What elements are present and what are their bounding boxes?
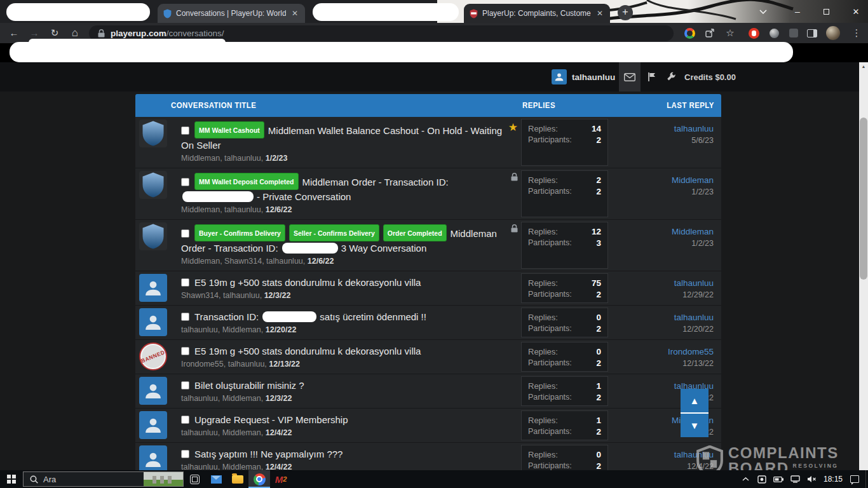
profile-avatar[interactable] bbox=[824, 23, 843, 43]
taskbar-clock[interactable]: 18:15 bbox=[820, 470, 846, 488]
show-desktop-strip[interactable] bbox=[865, 470, 868, 488]
tray-chevron-icon[interactable] bbox=[737, 470, 754, 488]
volume-muted-icon[interactable] bbox=[803, 470, 820, 488]
conversation-title[interactable]: E5 19m g +500 stats dondurulmu k dekoras… bbox=[194, 346, 421, 356]
scrollbar-thumb[interactable] bbox=[860, 118, 867, 280]
last-reply-user[interactable]: talhaunluu bbox=[674, 124, 714, 133]
username-link[interactable]: talhaunluu bbox=[572, 62, 615, 92]
tab-complaints[interactable]: PlayerUp: Complaints, Customer ✕ bbox=[464, 4, 610, 23]
row-checkbox[interactable] bbox=[181, 347, 189, 355]
settings-wrench-icon[interactable] bbox=[662, 62, 680, 92]
conversation-title[interactable]: Bilet oluşturabilir misiniz ? bbox=[194, 380, 304, 391]
row-checkbox[interactable] bbox=[181, 126, 189, 135]
scroll-down-button[interactable]: ▼ bbox=[681, 414, 709, 437]
new-tab-button[interactable]: + bbox=[618, 5, 633, 20]
tab-conversations[interactable]: Conversations | PlayerUp: Worlds ✕ bbox=[158, 4, 305, 23]
table-row[interactable]: E5 19m g +500 stats dondurulmu k dekoras… bbox=[135, 271, 721, 306]
credits-balance[interactable]: Credits $0.00 bbox=[684, 62, 736, 92]
back-button[interactable]: ← bbox=[5, 23, 23, 43]
conversation-title[interactable]: Upgrade Request - VIP Membership bbox=[194, 414, 348, 425]
row-checkbox[interactable] bbox=[181, 229, 189, 238]
last-reply-user[interactable]: talhaunluu bbox=[674, 278, 714, 288]
row-checkbox[interactable] bbox=[181, 416, 189, 424]
row-checkbox[interactable] bbox=[181, 178, 189, 186]
window-maximize-button[interactable] bbox=[815, 0, 837, 23]
taskbar-search-input[interactable]: Ara bbox=[23, 471, 184, 487]
person-avatar bbox=[139, 308, 167, 336]
mail-app-icon[interactable] bbox=[205, 470, 227, 488]
replies-panel: Replies:12 Participants:3 bbox=[521, 222, 608, 269]
browser-scrollbar[interactable]: ▲ bbox=[859, 62, 868, 470]
column-conversation-title: CONVERSATION TITLE bbox=[171, 100, 256, 110]
row-checkbox[interactable] bbox=[181, 381, 189, 390]
inbox-envelope-icon[interactable] bbox=[619, 62, 641, 92]
row-checkbox[interactable] bbox=[181, 278, 189, 287]
file-explorer-icon[interactable] bbox=[227, 470, 248, 488]
task-view-button[interactable] bbox=[184, 470, 205, 488]
participants-line: Middleman, talhaunluu, 12/6/22 bbox=[181, 205, 505, 215]
browser-tab-bar: Conversations | PlayerUp: Worlds ✕ Playe… bbox=[0, 0, 868, 23]
table-row[interactable]: Satış yaptım !!! Ne yapmalıyım ??? talha… bbox=[135, 443, 721, 470]
replies-panel: Replies:1 Participants:2 bbox=[521, 376, 608, 406]
table-row[interactable]: Transaction ID: satış ücretim ödenmedi !… bbox=[135, 306, 721, 340]
extension-adblock-icon[interactable] bbox=[745, 23, 763, 43]
user-avatar[interactable] bbox=[552, 62, 567, 92]
tab-redacted-1[interactable] bbox=[6, 3, 150, 21]
conversation-title[interactable]: Transaction ID: satış ücretim ödenmedi !… bbox=[194, 311, 426, 322]
tab-close-icon[interactable]: ✕ bbox=[290, 9, 300, 18]
battery-icon[interactable] bbox=[770, 470, 787, 488]
start-button[interactable] bbox=[0, 470, 23, 488]
shield-avatar bbox=[139, 222, 167, 250]
network-icon[interactable] bbox=[787, 470, 803, 488]
participants-line: Shawn314, talhaunluu, 12/3/22 bbox=[181, 290, 505, 301]
tab-close-icon[interactable]: ✕ bbox=[595, 9, 605, 18]
alerts-flag-icon[interactable] bbox=[643, 62, 661, 92]
starred-icon[interactable]: ★ bbox=[508, 121, 518, 134]
table-row[interactable]: MM Wallet Deposit CompletedMiddleman Ord… bbox=[135, 168, 721, 220]
tab-search-chevron-icon[interactable] bbox=[754, 0, 773, 23]
last-reply-date: 12/20/22 bbox=[608, 325, 714, 334]
chrome-app-icon[interactable] bbox=[248, 470, 270, 488]
redacted-text bbox=[262, 311, 316, 322]
conversation-title[interactable]: E5 19m g +500 stats dondurulmu k dekoras… bbox=[194, 277, 421, 288]
window-minimize-button[interactable]: – bbox=[787, 0, 808, 23]
last-reply-user[interactable]: Middleman bbox=[672, 227, 714, 236]
table-row[interactable]: Bilet oluşturabilir misiniz ? talhaunluu… bbox=[135, 374, 721, 409]
conversation-title[interactable]: Satış yaptım !!! Ne yapmalıyım ??? bbox=[194, 449, 342, 459]
last-reply-user[interactable]: talhaunluu bbox=[674, 313, 714, 322]
conversations-table: CONVERSATION TITLE REPLIES LAST REPLY MM… bbox=[135, 94, 721, 470]
complaints-shield-favicon bbox=[469, 9, 478, 18]
url-host: playerup.com bbox=[111, 29, 166, 38]
extension-sphere-icon[interactable] bbox=[765, 23, 783, 43]
action-center-icon[interactable] bbox=[846, 470, 863, 488]
scroll-up-button[interactable]: ▲ bbox=[681, 389, 709, 412]
table-row[interactable]: MM Wallet CashoutMiddleman Wallet Balanc… bbox=[135, 117, 721, 168]
table-row[interactable]: Upgrade Request - VIP Membership talhaun… bbox=[135, 409, 721, 443]
last-reply-user[interactable]: Middleman bbox=[672, 175, 714, 185]
browser-menu-icon[interactable]: ⋮ bbox=[848, 23, 865, 43]
bookmark-star-icon[interactable]: ☆ bbox=[721, 23, 740, 43]
banned-avatar: BANNED bbox=[139, 342, 167, 370]
share-icon[interactable] bbox=[700, 23, 719, 43]
complaintsboard-shield-icon bbox=[696, 445, 723, 470]
last-reply-date: 12/13/22 bbox=[608, 359, 714, 368]
side-panel-icon[interactable] bbox=[803, 23, 821, 43]
screen-record-icon[interactable] bbox=[754, 470, 770, 488]
google-search-icon[interactable] bbox=[680, 23, 699, 43]
person-avatar bbox=[139, 377, 167, 405]
table-row[interactable]: BANNED E5 19m g +500 stats dondurulmu k … bbox=[135, 340, 721, 374]
row-checkbox[interactable] bbox=[181, 450, 189, 458]
status-badge: MM Wallet Deposit Completed bbox=[194, 173, 299, 190]
tab-redacted-2[interactable] bbox=[313, 3, 459, 21]
playerup-shield-favicon bbox=[163, 9, 172, 18]
last-reply-user[interactable]: Irondome55 bbox=[668, 347, 714, 356]
m2-app-icon[interactable]: M2 bbox=[270, 470, 292, 488]
row-checkbox[interactable] bbox=[181, 313, 189, 321]
scrollbar-up-arrow[interactable]: ▲ bbox=[859, 62, 868, 71]
tab-title: Conversations | PlayerUp: Worlds bbox=[176, 9, 286, 18]
last-reply-date: 5/6/23 bbox=[608, 136, 714, 145]
extension-dim-icon[interactable] bbox=[785, 23, 802, 43]
window-close-button[interactable]: ✕ bbox=[844, 0, 868, 23]
status-badge: Order Completed bbox=[383, 224, 447, 241]
table-row[interactable]: Buyer - Confirms DeliverySeller - Confir… bbox=[135, 220, 721, 271]
